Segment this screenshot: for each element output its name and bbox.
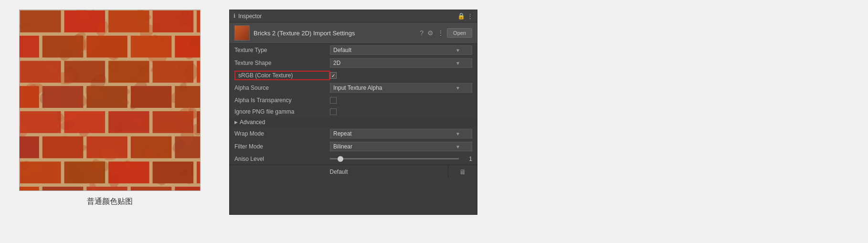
asset-info: Bricks 2 (Texture 2D) Import Settings	[234, 25, 355, 41]
alpha-transparency-checkbox[interactable]	[330, 97, 337, 104]
asset-header: Bricks 2 (Texture 2D) Import Settings ? …	[230, 22, 477, 44]
asset-name: Bricks 2 (Texture 2D) Import Settings	[254, 30, 355, 37]
texture-type-value[interactable]: Default ▼	[330, 45, 472, 55]
advanced-label: Advanced	[240, 119, 265, 126]
texture-type-dropdown[interactable]: Default ▼	[330, 45, 472, 55]
help-icon[interactable]: ?	[419, 28, 424, 38]
texture-shape-value[interactable]: 2D ▼	[330, 58, 472, 68]
inspector-title: Inspector	[238, 13, 262, 20]
texture-preview-image	[19, 10, 201, 191]
texture-shape-label: Texture Shape	[234, 60, 330, 66]
monitor-button[interactable]: 🖥	[448, 165, 477, 179]
alpha-source-dropdown[interactable]: Input Texture Alpha ▼	[330, 83, 472, 93]
filter-mode-label: Filter Mode	[234, 143, 330, 150]
chevron-down-icon: ▼	[455, 131, 460, 137]
texture-shape-row: Texture Shape 2D ▼	[230, 57, 477, 70]
asset-header-buttons: ? ⚙ ⋮ Open	[419, 28, 472, 38]
bottom-bar: Default 🖥	[230, 165, 477, 179]
srgb-highlight-box: sRGB (Color Texture)	[234, 71, 330, 80]
aniso-level-slider[interactable]	[330, 158, 459, 159]
lock-icon[interactable]: 🔒	[457, 12, 465, 20]
settings-icon[interactable]: ⚙	[426, 28, 434, 38]
srgb-label: sRGB (Color Texture)	[238, 72, 293, 79]
texture-type-row: Texture Type Default ▼	[230, 44, 477, 57]
triangle-right-icon: ▶	[234, 120, 238, 125]
chevron-down-icon: ▼	[455, 144, 460, 149]
ignore-png-label: Ignore PNG file gamma	[234, 108, 330, 115]
chevron-down-icon: ▼	[455, 48, 460, 53]
texture-shape-dropdown[interactable]: 2D ▼	[330, 58, 472, 68]
wrap-mode-row: Wrap Mode Repeat ▼	[230, 127, 477, 140]
alpha-transparency-value[interactable]	[330, 97, 472, 104]
inspector-header-icons: 🔒 ⋮	[457, 12, 473, 20]
alpha-transparency-row: Alpha Is Transparency	[230, 95, 477, 106]
properties-area: Texture Type Default ▼ Texture Shape 2D …	[230, 44, 477, 165]
wrap-mode-dropdown[interactable]: Repeat ▼	[330, 129, 472, 138]
filter-mode-value[interactable]: Bilinear ▼	[330, 142, 472, 151]
texture-caption: 普通颜色贴图	[87, 197, 133, 207]
ignore-png-checkbox[interactable]	[330, 108, 337, 115]
texture-type-label: Texture Type	[234, 47, 330, 53]
alpha-source-row: Alpha Source Input Texture Alpha ▼	[230, 82, 477, 95]
info-icon: ℹ	[233, 13, 235, 19]
ignore-png-value[interactable]	[330, 108, 472, 115]
advanced-row[interactable]: ▶ Advanced	[230, 117, 477, 127]
ignore-png-row: Ignore PNG file gamma	[230, 106, 477, 117]
inspector-title-row: ℹ Inspector	[233, 13, 262, 20]
srgb-checkbox-area[interactable]: ✓	[330, 72, 472, 79]
aniso-level-label: Aniso Level	[234, 156, 330, 162]
more-options-icon[interactable]: ⋮	[467, 12, 473, 20]
wrap-mode-label: Wrap Mode	[234, 130, 330, 137]
filter-mode-row: Filter Mode Bilinear ▼	[230, 140, 477, 153]
open-button[interactable]: Open	[447, 28, 472, 38]
texture-preview-section: 普通颜色贴图	[19, 10, 201, 207]
default-button[interactable]: Default	[230, 166, 448, 178]
chevron-down-icon: ▼	[455, 85, 460, 91]
monitor-icon: 🖥	[459, 168, 466, 176]
aniso-level-value: 1	[330, 156, 472, 162]
chevron-down-icon: ▼	[455, 61, 460, 66]
aniso-slider-container: 1	[330, 156, 472, 162]
srgb-checkbox[interactable]: ✓	[330, 72, 337, 79]
alpha-transparency-label: Alpha Is Transparency	[234, 97, 330, 104]
wrap-mode-value[interactable]: Repeat ▼	[330, 129, 472, 138]
filter-mode-dropdown[interactable]: Bilinear ▼	[330, 142, 472, 151]
inspector-header: ℹ Inspector 🔒 ⋮	[230, 10, 477, 22]
inspector-panel: ℹ Inspector 🔒 ⋮ Bricks 2 (Texture 2D) Im…	[229, 10, 477, 215]
srgb-label-container: sRGB (Color Texture)	[234, 71, 330, 80]
srgb-row: sRGB (Color Texture) ✓	[230, 70, 477, 82]
alpha-source-value[interactable]: Input Texture Alpha ▼	[330, 83, 472, 93]
aniso-level-row: Aniso Level 1	[230, 153, 477, 165]
more-icon[interactable]: ⋮	[436, 28, 445, 38]
alpha-source-label: Alpha Source	[234, 85, 330, 91]
aniso-level-number: 1	[463, 156, 472, 162]
main-container: 普通颜色贴图 ℹ Inspector 🔒 ⋮ Bricks 2 (Texture…	[0, 0, 868, 243]
asset-thumbnail	[234, 25, 250, 41]
